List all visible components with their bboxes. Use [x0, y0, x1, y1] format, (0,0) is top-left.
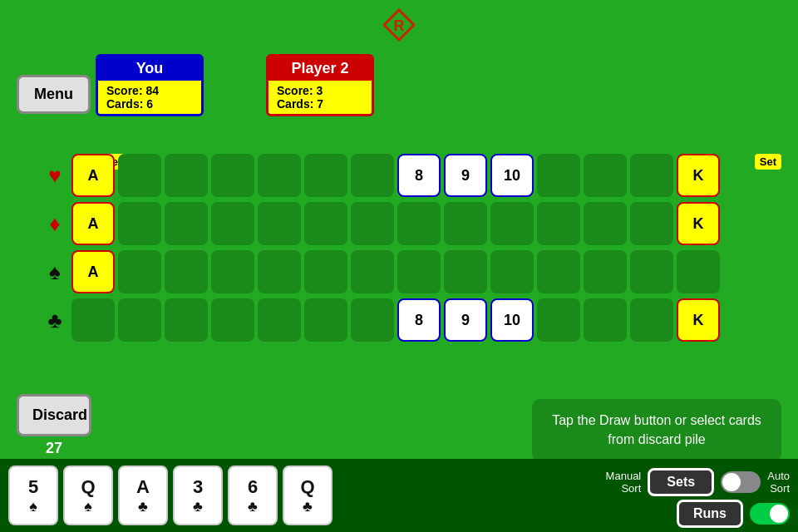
card-cell-3-3: [211, 298, 254, 342]
menu-button[interactable]: Menu: [17, 75, 91, 114]
suit-icon-2: ♠: [42, 261, 68, 283]
card-cell-2-3: [211, 250, 254, 293]
hand-card-4[interactable]: 6♣: [228, 466, 278, 525]
hand-card-5[interactable]: Q♣: [283, 466, 332, 525]
card-cell-3-1: [118, 298, 161, 342]
grid-row-3: ♣8910K: [42, 298, 781, 342]
card-cell-3-8[interactable]: 9: [444, 298, 487, 342]
hand-card-suit-2: ♣: [138, 498, 148, 515]
card-cell-1-5: [304, 202, 347, 245]
suit-icon-3: ♣: [42, 309, 68, 331]
card-cell-1-11: [584, 202, 627, 245]
card-cell-1-6: [351, 202, 394, 245]
player2-panel: Player 2 Score: 3 Cards: 7: [266, 54, 374, 116]
card-cell-3-4: [258, 298, 301, 342]
card-cell-3-10: [537, 298, 580, 342]
card-cell-3-7[interactable]: 8: [397, 298, 441, 342]
player2-name: Player 2: [268, 57, 372, 81]
player-you-score: Score: 84: [106, 84, 193, 97]
card-cell-2-13: [677, 250, 720, 293]
card-cell-0-4: [258, 154, 301, 197]
grid-row-0: ♥A8910K: [42, 154, 781, 197]
card-cell-0-7[interactable]: 8: [397, 154, 441, 197]
hand-card-suit-4: ♣: [248, 498, 258, 515]
card-cell-2-12: [630, 250, 673, 293]
hand-card-value-3: 3: [193, 476, 203, 498]
card-cell-0-9[interactable]: 10: [490, 154, 534, 197]
card-cell-0-2: [165, 154, 208, 197]
runs-button[interactable]: Runs: [677, 500, 743, 528]
card-cell-0-6: [351, 154, 394, 197]
card-cell-1-4: [258, 202, 301, 245]
sets-toggle[interactable]: [721, 471, 761, 493]
runs-toggle[interactable]: [750, 503, 790, 525]
card-cell-3-6: [351, 298, 394, 342]
app-logo: R: [382, 8, 416, 42]
card-cell-1-1: [118, 202, 161, 245]
game-grid: ♥A8910K♦AK♠A♣8910K: [42, 154, 781, 347]
sets-button[interactable]: Sets: [648, 468, 714, 496]
card-cell-2-10: [537, 250, 580, 293]
card-cell-1-12: [630, 202, 673, 245]
hand-card-value-1: Q: [81, 476, 95, 498]
card-cell-0-1: [118, 154, 161, 197]
hand-card-value-2: A: [136, 476, 150, 498]
card-cell-0-8[interactable]: 9: [444, 154, 487, 197]
hand-card-1[interactable]: Q♠: [63, 466, 113, 525]
card-cell-3-9[interactable]: 10: [490, 298, 534, 342]
player-you-stats: Score: 84 Cards: 6: [98, 81, 201, 114]
suit-icon-0: ♥: [42, 165, 68, 186]
card-cell-2-11: [584, 250, 627, 293]
player2-stats: Score: 3 Cards: 7: [268, 81, 372, 114]
card-cell-1-8: [444, 202, 487, 245]
discard-count: 27: [46, 440, 62, 457]
discard-button[interactable]: Discard: [17, 394, 91, 436]
card-cell-2-7: [397, 250, 441, 293]
card-cell-1-7: [397, 202, 441, 245]
hand-card-value-5: Q: [300, 476, 314, 498]
card-cell-2-8: [444, 250, 487, 293]
card-cell-2-9: [490, 250, 534, 293]
discard-area: Discard 27: [17, 394, 91, 457]
hand-card-value-4: 6: [248, 476, 258, 498]
card-cell-0-13[interactable]: K: [677, 154, 720, 197]
card-cell-0-3: [211, 154, 254, 197]
card-cell-2-2: [165, 250, 208, 293]
sort-controls: ManualSort Sets AutoSort Runs: [606, 468, 790, 528]
player-you-panel: You Score: 84 Cards: 6: [96, 54, 204, 116]
hand-card-suit-1: ♠: [84, 498, 92, 515]
card-cell-3-12: [630, 298, 673, 342]
card-cell-3-13[interactable]: K: [677, 298, 720, 342]
grid-row-1: ♦AK: [42, 202, 781, 245]
card-cell-3-5: [304, 298, 347, 342]
instructions-box: Tap the Draw button or select cards from…: [532, 399, 781, 461]
svg-text:R: R: [394, 17, 405, 34]
player2-cards: Cards: 7: [277, 97, 363, 111]
card-cell-2-4: [258, 250, 301, 293]
hand-card-suit-5: ♣: [303, 498, 313, 515]
card-cell-3-2: [165, 298, 208, 342]
card-cell-0-10: [537, 154, 580, 197]
card-cell-3-11: [584, 298, 627, 342]
card-cell-1-13[interactable]: K: [677, 202, 720, 245]
hand-card-0[interactable]: 5♠: [8, 466, 58, 525]
player2-score: Score: 3: [277, 84, 363, 97]
card-cell-1-9: [490, 202, 534, 245]
hand-card-suit-3: ♣: [193, 498, 203, 515]
card-cell-2-5: [304, 250, 347, 293]
player-you-name: You: [98, 57, 201, 81]
hand-card-3[interactable]: 3♣: [173, 466, 223, 525]
suit-icon-1: ♦: [42, 213, 68, 234]
card-cell-2-0[interactable]: A: [71, 250, 115, 293]
card-cell-1-2: [165, 202, 208, 245]
grid-row-2: ♠A: [42, 250, 781, 293]
card-cell-1-0[interactable]: A: [71, 202, 115, 245]
card-cell-0-5: [304, 154, 347, 197]
card-cell-1-10: [537, 202, 580, 245]
card-cell-3-0: [71, 298, 115, 342]
hand-card-2[interactable]: A♣: [118, 466, 168, 525]
card-cell-2-1: [118, 250, 161, 293]
card-cell-0-0[interactable]: A: [71, 154, 115, 197]
card-cell-1-3: [211, 202, 254, 245]
card-cell-0-12: [630, 154, 673, 197]
